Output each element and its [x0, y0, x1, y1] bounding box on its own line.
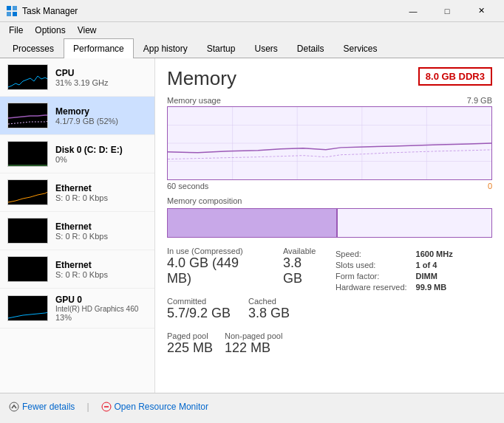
stat-cached: Cached 3.8 GB — [248, 297, 290, 321]
menu-view[interactable]: View — [72, 24, 103, 37]
chart-time-left: 60 seconds — [167, 182, 208, 190]
chart-time-right: 0 — [488, 182, 492, 190]
title-bar-left: Task Manager — [6, 5, 78, 17]
eth1-label: Ethernet — [55, 183, 147, 193]
composition-bar — [167, 208, 492, 238]
committed-label: Committed — [167, 297, 231, 306]
monitor-icon — [101, 402, 112, 412]
chart-max: 7.9 GB — [467, 96, 492, 105]
disk-info: Disk 0 (C: D: E:) 0% — [55, 145, 147, 164]
gpu-value: Intel(R) HD Graphics 460 — [55, 305, 147, 313]
disk-label: Disk 0 (C: D: E:) — [55, 145, 147, 155]
fewer-details-button[interactable]: Fewer details — [9, 402, 75, 412]
paged-label: Paged pool — [167, 331, 213, 340]
speed-value: 1600 MHz — [416, 250, 492, 258]
memory-graph — [7, 103, 48, 128]
eth2-graph — [7, 218, 48, 244]
title-bar-controls: — □ ✕ — [396, 0, 498, 22]
nonpaged-value: 122 MB — [225, 340, 282, 356]
app-icon — [6, 5, 18, 17]
eth3-graph — [7, 256, 48, 282]
available-label: Available — [283, 247, 324, 255]
menu-file[interactable]: File — [3, 24, 29, 37]
tab-details[interactable]: Details — [287, 38, 334, 58]
svg-rect-3 — [13, 12, 17, 16]
memory-info: Memory 4.1/7.9 GB (52%) — [55, 106, 147, 125]
tab-processes[interactable]: Processes — [3, 38, 64, 58]
svg-rect-1 — [13, 6, 17, 10]
gpu-graph — [7, 295, 48, 321]
svg-rect-2 — [7, 12, 11, 16]
eth3-value: S: 0 R: 0 Kbps — [55, 270, 147, 279]
sidebar-item-eth2[interactable]: Ethernet S: 0 R: 0 Kbps — [0, 212, 154, 250]
form-label: Form factor: — [336, 272, 407, 281]
right-stats: Speed: 1600 MHz Slots used: 1 of 4 Form … — [336, 247, 492, 360]
standby-segment — [338, 209, 491, 237]
gpu-percent: 13% — [55, 313, 147, 322]
chevron-up-icon — [9, 402, 19, 412]
gpu-info: GPU 0 Intel(R) HD Graphics 460 13% — [55, 295, 147, 322]
available-value: 3.8 GB — [283, 255, 324, 286]
tab-app-history[interactable]: App history — [134, 38, 197, 58]
used-segment — [168, 209, 336, 237]
in-use-label: In use (Compressed) — [167, 247, 265, 255]
chart-label: Memory usage — [167, 96, 221, 105]
tab-bar: Processes Performance App history Startu… — [0, 38, 504, 58]
stat-nonpaged: Non-paged pool 122 MB — [225, 331, 282, 356]
disk-graph — [7, 141, 48, 167]
eth2-label: Ethernet — [55, 221, 147, 232]
memory-value: 4.1/7.9 GB (52%) — [55, 117, 147, 125]
composition-section: Memory composition — [167, 196, 492, 238]
sidebar: CPU 31% 3.19 GHz Memory 4.1/7.9 GB (52%) — [0, 58, 155, 393]
minimize-button[interactable]: — — [396, 0, 430, 22]
paged-value: 225 MB — [167, 340, 213, 356]
svg-rect-8 — [8, 219, 48, 244]
sidebar-item-memory[interactable]: Memory 4.1/7.9 GB (52%) — [0, 97, 154, 135]
sidebar-item-eth3[interactable]: Ethernet S: 0 R: 0 Kbps — [0, 250, 154, 289]
left-stats: In use (Compressed) 4.0 GB (449 MB) Avai… — [167, 247, 324, 360]
sidebar-item-gpu[interactable]: GPU 0 Intel(R) HD Graphics 460 13% — [0, 289, 154, 329]
panel-badge: 8.0 GB DDR3 — [418, 67, 492, 86]
sidebar-item-disk[interactable]: Disk 0 (C: D: E:) 0% — [0, 135, 154, 173]
maximize-button[interactable]: □ — [430, 0, 464, 22]
eth3-info: Ethernet S: 0 R: 0 Kbps — [55, 260, 147, 279]
cpu-info: CPU 31% 3.19 GHz — [55, 68, 147, 87]
tab-performance[interactable]: Performance — [64, 38, 134, 58]
slots-label: Slots used: — [336, 261, 407, 269]
reserved-label: Hardware reserved: — [336, 283, 407, 292]
right-panel: Memory 8.0 GB DDR3 Memory usage 7.9 GB — [155, 58, 504, 393]
memory-chart — [167, 106, 492, 180]
title-bar-text: Task Manager — [22, 6, 78, 16]
disk-value: 0% — [55, 155, 147, 164]
tab-users[interactable]: Users — [245, 38, 287, 58]
eth3-label: Ethernet — [55, 260, 147, 270]
stat-paged: Paged pool 225 MB — [167, 331, 213, 356]
cached-value: 3.8 GB — [248, 306, 290, 321]
menu-options[interactable]: Options — [29, 24, 71, 37]
open-monitor-label: Open Resource Monitor — [115, 402, 208, 412]
in-use-value: 4.0 GB (449 MB) — [167, 255, 265, 286]
speed-label: Speed: — [336, 250, 407, 258]
tab-startup[interactable]: Startup — [197, 38, 245, 58]
svg-rect-0 — [7, 6, 11, 10]
chart-time-labels: 60 seconds 0 — [167, 182, 492, 190]
panel-header: Memory 8.0 GB DDR3 — [167, 67, 492, 90]
committed-value: 5.7/9.2 GB — [167, 306, 231, 321]
chart-label-row: Memory usage 7.9 GB — [167, 96, 492, 105]
memory-usage-section: Memory usage 7.9 GB — [167, 96, 492, 190]
cpu-value: 31% 3.19 GHz — [55, 78, 147, 87]
svg-rect-6 — [8, 142, 48, 167]
stats-area: In use (Compressed) 4.0 GB (449 MB) Avai… — [167, 247, 492, 360]
svg-rect-7 — [8, 180, 48, 205]
sidebar-item-cpu[interactable]: CPU 31% 3.19 GHz — [0, 58, 154, 97]
main-content: CPU 31% 3.19 GHz Memory 4.1/7.9 GB (52%) — [0, 58, 504, 393]
svg-rect-10 — [8, 296, 48, 321]
close-button[interactable]: ✕ — [464, 0, 498, 22]
tab-services[interactable]: Services — [334, 38, 387, 58]
sidebar-item-eth1[interactable]: Ethernet S: 0 R: 0 Kbps — [0, 173, 154, 212]
svg-point-19 — [10, 402, 18, 411]
cached-label: Cached — [248, 297, 290, 306]
memory-label: Memory — [55, 106, 147, 117]
open-resource-monitor-button[interactable]: Open Resource Monitor — [101, 402, 208, 412]
menu-bar: File Options View — [0, 22, 504, 38]
